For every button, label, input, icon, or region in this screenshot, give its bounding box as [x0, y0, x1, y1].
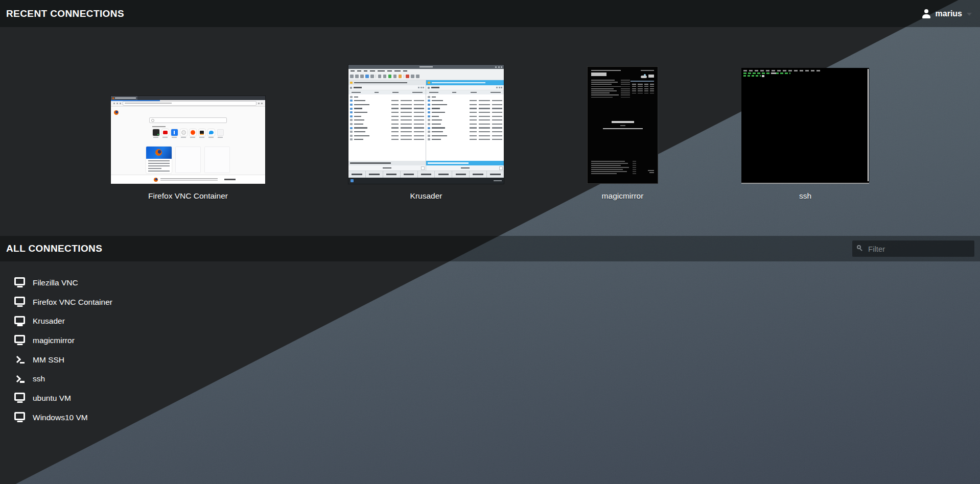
newtab-search-bar	[149, 117, 227, 123]
connection-label: Filezilla VNC	[33, 278, 78, 287]
terminal-tile-icon	[153, 129, 159, 136]
monitor-icon	[14, 412, 25, 420]
recent-connection-firefox-vnc-container[interactable]: Firefox VNC Container	[111, 96, 265, 201]
breadcrumb-bar-active	[426, 80, 504, 85]
magicmirror-news-feed	[591, 161, 636, 175]
file-panel-left	[348, 80, 426, 171]
connection-label: Windows10 VM	[33, 413, 88, 422]
page-title: RECENT CONNECTIONS	[6, 8, 124, 19]
connection-caption: magicmirror	[602, 191, 644, 201]
recent-connections-section: Firefox VNC Container	[0, 65, 980, 201]
file-list	[348, 94, 426, 161]
recent-connection-ssh[interactable]: ssh	[741, 68, 869, 201]
twitter-tile-icon	[208, 129, 215, 136]
file-panel-right-active	[426, 80, 504, 171]
connection-list-item-filezilla-vnc[interactable]: Filezilla VNC	[0, 273, 88, 293]
highlight-card	[146, 147, 172, 173]
firefox-logo-icon	[154, 178, 158, 182]
wikipedia-tile-icon	[180, 129, 187, 136]
terminal-cursor	[762, 75, 764, 77]
newtab-highlight-cards	[146, 147, 230, 173]
terminal-icon	[14, 375, 25, 383]
terminal-scrollbar	[868, 69, 869, 181]
chevron-down-icon	[967, 13, 972, 16]
connection-caption: Krusader	[410, 191, 442, 201]
connection-label: Firefox VNC Container	[33, 298, 112, 307]
connection-list-item-ubuntu-vm[interactable]: ubuntu VM	[0, 389, 81, 408]
browser-footer-notice	[111, 175, 265, 184]
function-key-buttons	[348, 171, 504, 178]
connection-label: ubuntu VM	[33, 394, 71, 403]
connection-label: magicmirror	[33, 336, 75, 345]
top-bar: RECENT CONNECTIONS marius	[0, 0, 980, 27]
connection-list-item-ssh[interactable]: ssh	[0, 369, 55, 389]
connection-label: MM SSH	[33, 355, 64, 365]
all-connections-title: ALL CONNECTIONS	[6, 243, 102, 254]
monitor-icon	[14, 316, 25, 324]
breadcrumb-bar	[348, 80, 426, 85]
browser-newtab-page	[111, 107, 265, 175]
connection-thumbnail-krusader	[348, 65, 504, 184]
user-menu[interactable]: marius	[922, 9, 972, 18]
monitor-icon	[14, 297, 25, 305]
magicmirror-weather	[631, 70, 654, 95]
terminal-icon	[14, 356, 25, 364]
firefox-logo-icon	[114, 110, 119, 115]
monitor-icon	[14, 393, 25, 401]
all-connections-bar: ALL CONNECTIONS	[0, 236, 980, 261]
monitor-icon	[14, 335, 25, 343]
recent-connection-krusader[interactable]: Krusader	[348, 65, 504, 201]
reddit-tile-icon	[190, 129, 196, 136]
connection-thumbnail-firefox	[111, 96, 265, 184]
browser-tab-bar	[111, 96, 265, 100]
connection-label: Krusader	[33, 317, 65, 326]
connection-label: ssh	[33, 374, 45, 383]
connection-thumbnail-ssh-terminal	[741, 68, 869, 184]
panel-status-bar	[348, 161, 426, 165]
connection-thumbnail-magicmirror	[587, 66, 658, 184]
file-list	[426, 94, 504, 161]
monitor-icon	[14, 277, 25, 285]
connection-list-item-firefox-vnc-container[interactable]: Firefox VNC Container	[0, 293, 123, 312]
connection-list-item-magicmirror[interactable]: magicmirror	[0, 331, 85, 350]
amazon-tile-icon	[199, 129, 205, 136]
column-headers	[426, 90, 504, 94]
recent-connection-magicmirror[interactable]: magicmirror	[587, 66, 658, 201]
status-bar	[348, 178, 504, 184]
facebook-tile-icon	[171, 129, 178, 136]
connection-list-item-krusader[interactable]: Krusader	[0, 311, 75, 331]
terminal-text-line	[743, 70, 821, 71]
connection-caption: ssh	[799, 191, 811, 201]
connection-list-item-mm-ssh[interactable]: MM SSH	[0, 350, 75, 370]
terminal-prompt-line	[743, 75, 761, 77]
magicmirror-compliment-text	[588, 121, 658, 129]
browser-url-bar	[123, 101, 256, 106]
filter-box	[852, 240, 974, 257]
toolbar	[348, 73, 504, 80]
filter-input[interactable]	[852, 240, 974, 257]
connection-caption: Firefox VNC Container	[148, 191, 228, 201]
guacamole-home-screen: RECENT CONNECTIONS marius	[0, 0, 980, 484]
user-name: marius	[936, 9, 962, 18]
weather-icon	[641, 74, 647, 78]
column-headers	[348, 90, 426, 94]
panel-status-bar-active	[426, 161, 504, 165]
connection-list-item-windows10-vm[interactable]: Windows10 VM	[0, 408, 98, 427]
user-icon	[922, 9, 931, 18]
connection-list: Filezilla VNC Firefox VNC Container Krus…	[0, 273, 123, 427]
magicmirror-clock-calendar	[591, 70, 630, 99]
window-title-bar	[348, 65, 504, 69]
terminal-text-line	[743, 72, 790, 74]
menu-bar	[348, 69, 504, 73]
newtab-shortcut-tiles	[152, 129, 224, 138]
